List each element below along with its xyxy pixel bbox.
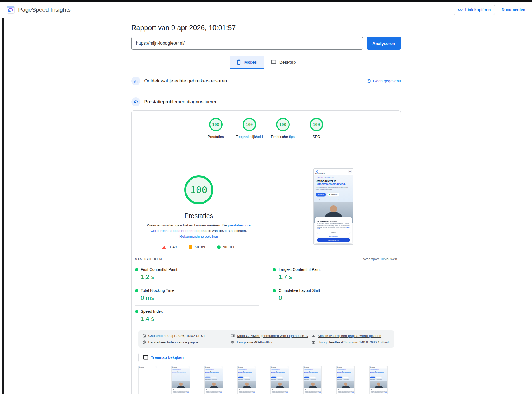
mock-hamburger-icon: ☰	[348, 170, 352, 173]
score-description: Waarden worden geschat en kunnen variëre…	[145, 223, 252, 239]
legend-average-range: 50–89	[195, 245, 205, 249]
thumb-cookie-banner: PRIVACY & COOKIES Wij respecteren uw pri…	[172, 388, 189, 394]
env-device-link[interactable]: Moto G Power geëmuleerd with Lighthouse …	[231, 334, 308, 338]
thumbnail-mock: MIJN-LOODGIETER.NL ☰ — LOKALE LOODGIETER…	[205, 366, 223, 394]
thumb-eyebrow: — LOKALE LOODGIETER	[172, 369, 189, 370]
env-session-text: Sessie waarbij één pagina wordt geladen	[318, 334, 381, 338]
thumb-cta-row: Bel direct WhatsApp	[205, 377, 222, 379]
filmstrip-thumbnail[interactable]: MIJN-LOODGIETER.NL ☰ — LOKALE LOODGIETER…	[303, 366, 322, 394]
mock-heading-1: Uw loodgieter in	[316, 179, 351, 182]
thumb-cookie-text: Wij gebruiken alleen noodzakelijke cooki…	[371, 391, 386, 393]
thumb-feature-1: Duidelijke afspraken	[271, 379, 276, 380]
metric-value: 0 ms	[141, 294, 259, 302]
category-gauge[interactable]: 100 SEO	[300, 118, 333, 139]
tab-mobile[interactable]: Mobiel	[230, 56, 264, 69]
globe-icon	[311, 340, 315, 344]
thumb-cookie-text: Wij gebruiken alleen noodzakelijke cooki…	[173, 391, 188, 393]
thumb-feature-1: Duidelijke afspraken	[205, 379, 210, 380]
fail-triangle-icon	[162, 245, 166, 249]
filmstrip-thumbnail[interactable]: MIJN-LOODGIETER.NL ☰ — LOKALE LOODGIETER…	[204, 366, 223, 394]
thumb-features: Duidelijke afspraken Altijd Alex persoon…	[271, 379, 288, 380]
category-gauge[interactable]: 100 Praktische tips	[266, 118, 300, 139]
app-title: PageSpeed Insights	[18, 6, 71, 13]
filmstrip-thumbnail[interactable]: MIJN-LOODGIETER.NL ☰ — LOKALE LOODGIETER…	[171, 366, 190, 394]
thumb-cookie-title: Wij respecteren uw privacy	[206, 389, 222, 390]
expand-view-link[interactable]: Weergave uitvouwen	[363, 257, 397, 261]
thumb-cookie-body: Wij gebruiken alleen noodzakelijke cooki…	[239, 391, 255, 394]
thumb-heading-2: Bilthoven en omgeving.	[370, 372, 387, 373]
thumb-site-logo: MIJN-LOODGIETER.NL	[139, 366, 144, 368]
thumb-site-logo: MIJN-LOODGIETER.NL	[238, 366, 243, 368]
thumb-site-header: MIJN-LOODGIETER.NL ☰	[238, 366, 256, 368]
metric-name-row: Cumulative Layout Shift	[273, 288, 397, 293]
thumb-heading-2: Bilthoven en omgeving.	[271, 372, 288, 373]
thumb-feature-2: Altijd Alex persoonlijk	[244, 379, 250, 380]
metric-pass-dot-icon	[273, 268, 276, 271]
thumb-site-header: MIJN-LOODGIETER.NL ☰	[337, 366, 355, 368]
filmstrip-thumbnail[interactable]: MIJN-LOODGIETER.NL ☰ — LOKALE LOODGIETER…	[138, 366, 157, 394]
thumb-brand-text: MIJN-LOODGIETER.NL	[139, 367, 144, 368]
no-data-link[interactable]: Geen gegevens	[367, 79, 401, 83]
metric-item: Speed Index 1,4 s	[135, 305, 259, 326]
treemap-button[interactable]: Treemap bekijken	[138, 353, 189, 362]
final-screenshot-preview[interactable]: MIJN-LOODGIETER.NL ☰ — LOKALE LOODGIETER…	[313, 168, 353, 245]
thumb-cookie-text: Wij gebruiken alleen noodzakelijke cooki…	[305, 391, 320, 393]
metric-item: Cumulative Layout Shift 0	[273, 285, 397, 305]
thumb-brand-text: MIJN-LOODGIETER.NL	[205, 367, 210, 368]
documents-link[interactable]: Documenten	[502, 8, 525, 12]
mock-cookie-body: Wij gebruiken alleen noodzakelijke cooki…	[317, 223, 350, 230]
env-session-link[interactable]: Sessie waarbij één pagina wordt geladen	[311, 334, 390, 338]
url-input[interactable]	[131, 37, 363, 50]
filmstrip-thumbnail[interactable]: MIJN-LOODGIETER.NL ☰ — LOKALE LOODGIETER…	[336, 366, 355, 394]
performance-score-gauge: 100	[184, 175, 213, 204]
thumb-site-header: MIJN-LOODGIETER.NL ☰	[172, 366, 190, 368]
env-throttling-link[interactable]: Langzame 4G-throttling	[231, 340, 308, 344]
thumb-hero: — LOKALE LOODGIETER Uw loodgieter in Bil…	[271, 369, 289, 381]
thumbnail-mock: MIJN-LOODGIETER.NL ☰ — LOKALE LOODGIETER…	[139, 366, 157, 394]
thumb-cta-row: Bel direct WhatsApp	[337, 377, 354, 379]
thumb-feature-1: Duidelijke afspraken	[370, 379, 375, 380]
filmstrip-thumbnail[interactable]: MIJN-LOODGIETER.NL ☰ — LOKALE LOODGIETER…	[270, 366, 289, 394]
thumbnail-mock: MIJN-LOODGIETER.NL ☰ — LOKALE LOODGIETER…	[238, 366, 256, 394]
env-first-load-text: Eerste keer laden van de pagina	[148, 340, 199, 344]
pagespeed-insights-page: PageSpeed Insights Link kopiëren Documen…	[0, 0, 532, 394]
metric-item: Largest Contentful Paint 1,7 s	[273, 264, 397, 285]
laptop-icon	[271, 59, 276, 65]
mock-brand-text: MIJN-LOODGIETER.NL	[315, 173, 325, 174]
thumb-features: Duidelijke afspraken Altijd Alex persoon…	[337, 379, 354, 380]
filmstrip-thumbnail[interactable]: MIJN-LOODGIETER.NL ☰ — LOKALE LOODGIETER…	[237, 366, 256, 394]
performance-title: Prestaties	[143, 212, 255, 220]
metric-name-row: Largest Contentful Paint	[273, 267, 397, 272]
pass-circle-icon	[217, 245, 221, 249]
tab-desktop[interactable]: Desktop	[264, 56, 302, 69]
whatsapp-icon	[344, 377, 344, 378]
category-gauge[interactable]: 100 Prestaties	[199, 118, 233, 139]
app-brand: PageSpeed Insights	[7, 6, 71, 14]
field-data-chart-icon	[131, 77, 140, 85]
metrics-section: STATISTIEKEN Weergave uitvouwen First Co…	[132, 257, 401, 394]
env-browser-link[interactable]: Using HeadlessChromium 146.0.7680.153 wi…	[311, 340, 390, 344]
thumb-site-logo: MIJN-LOODGIETER.NL	[271, 366, 276, 368]
thumb-whatsapp-label: WhatsApp	[311, 377, 315, 378]
calculator-link[interactable]: Rekenmachine bekijken	[179, 234, 218, 238]
thumb-feature-2: Altijd Alex persoonlijk	[277, 379, 283, 380]
thumb-cookie-text: Wij gebruiken alleen noodzakelijke cooki…	[338, 391, 353, 393]
thumb-site-logo: MIJN-LOODGIETER.NL	[205, 366, 210, 368]
copy-link-button[interactable]: Link kopiëren	[454, 5, 495, 15]
main-content: Rapport van 9 apr 2026, 10:01:57 Analyse…	[131, 0, 401, 394]
category-gauge[interactable]: 100 Toegankelijkheid	[233, 118, 266, 139]
thumb-heading-2: Bilthoven en omgeving.	[205, 372, 222, 373]
thumb-cookie-banner: PRIVACY & COOKIES Wij respecteren uw pri…	[238, 388, 255, 394]
thumb-hamburger-icon: ☰	[320, 366, 321, 368]
thumb-body-text: Snel ter plaatse in Bilthoven en omgevin…	[370, 374, 387, 376]
thumb-brand-text: MIJN-LOODGIETER.NL	[238, 367, 243, 368]
thumb-hero: — LOKALE LOODGIETER Uw loodgieter in Bil…	[238, 369, 256, 381]
devices-icon	[231, 334, 235, 338]
thumb-site-logo: MIJN-LOODGIETER.NL	[304, 366, 309, 368]
treemap-icon	[143, 355, 148, 360]
analyze-button[interactable]: Analyseren	[367, 37, 401, 50]
mock-cookie-banner: PRIVACY & COOKIES Wij respecteren uw pri…	[315, 217, 352, 243]
filmstrip-thumbnail[interactable]: MIJN-LOODGIETER.NL ☰ — LOKALE LOODGIETER…	[369, 366, 388, 394]
metrics-header: STATISTIEKEN Weergave uitvouwen	[135, 257, 397, 261]
metric-value: 1,7 s	[279, 273, 397, 281]
